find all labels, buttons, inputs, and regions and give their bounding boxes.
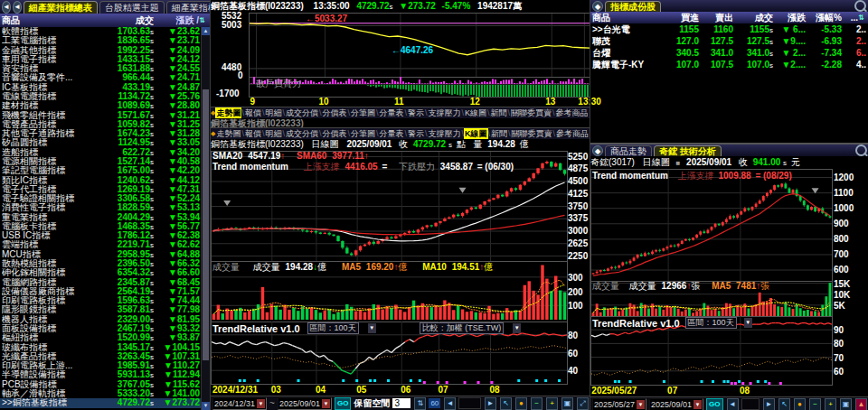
go-button[interactable]: GO [706,398,722,410]
col-bid[interactable]: 買進 [663,12,699,23]
keep-space-input[interactable]: 3 [392,398,410,408]
ta-period[interactable]: 日線圖 [643,157,670,167]
window-menu-icon[interactable]: ◆ [592,1,603,12]
scroll-left-icon[interactable]: ◄ [727,398,739,410]
compare-dropdown-icon[interactable]: ▼ [513,323,521,333]
search-icon[interactable] [854,0,866,12]
col-change[interactable]: 漲跌 / [154,14,199,27]
date-to-combo[interactable]: 2025/09/01▼ [278,397,332,410]
scroll-left-icon[interactable]: ◄ [444,397,456,410]
compare-dropdown[interactable]: 比較：加權 (TSE.TW) [420,322,505,334]
search-icon[interactable] [855,144,867,156]
window-tool-icon[interactable]: ▣ [561,397,573,410]
stepper-icon[interactable]: ⇅ [414,397,426,410]
axis-zero: 0 [238,70,243,80]
vol-ma5-label: MA5 [342,262,361,272]
kline-period[interactable]: 日線圖 [312,139,339,149]
quote-pct: -5.47% [442,1,471,11]
price-axis-label: 1100 [834,188,854,198]
sort-swap-icon[interactable]: ⇅ [199,14,208,27]
col-change[interactable]: 漲跌 [773,12,806,23]
combo-arrow-icon[interactable]: ▼ [693,400,702,409]
col-name[interactable]: 商品 [2,14,89,27]
back-icon[interactable]: ◄ [2,1,11,14]
col-name[interactable]: 商品 [592,12,663,23]
scroll-right-icon[interactable]: ► [485,397,496,410]
tab-細產業指標...[interactable]: 細產業指標... [166,1,210,14]
tab-奇鋐 技術分析[interactable]: 奇鋐 技術分析 [654,145,722,156]
zoom-in-icon[interactable]: + [825,398,836,410]
ta-volume-pane[interactable]: 15K10K5K 成交量 成交量 12966↑張 MA5 7481↑張 [590,280,868,316]
kline-chart[interactable]: 525048754500412537503375300026252250 SMA… [211,151,590,260]
table-row[interactable]: 騰輝電子-KY107.0107.5107.0s▼2....-2.284.. [590,59,868,70]
table-row[interactable]: 台燿340.5341.0341.0s▼ 2...-7.346.. [590,47,868,59]
tab-細產業指標總表[interactable]: 細產業指標總表 [24,1,98,14]
table-row[interactable]: 筆記型電腦指標1675.00s▼42.20 [0,166,202,175]
ta-kline-chart[interactable]: 120011001000900800700600 Trend momentum … [590,169,868,280]
alert-icon[interactable]: ▲ [855,398,867,410]
volume-pane[interactable]: 300200100 成交量 成交量 194.28↓億 MA5 169.20↑億 … [211,260,590,321]
table-row[interactable]: 聯茂127.0127.5127.5s▼9....-6.932.. [590,35,868,47]
cursor-tool-icon[interactable]: ↖ [500,397,512,410]
ta-control-bar: 2025/05/27▼ 2025/09/01▼ GO ◄ ► ↖ ● − + ▣… [590,396,868,410]
range-dropdown[interactable]: 區間：100天 [307,322,359,334]
col-pct[interactable]: 漲幅% [806,12,842,23]
ta-title: 奇鋐(3017) [590,157,635,167]
left-scrollbar[interactable]: ▲ ▼ [201,27,210,410]
col-price[interactable]: 成交 [733,12,773,23]
tab-商品走勢[interactable]: 商品走勢 [605,145,652,156]
zoom-out-icon[interactable]: − [809,398,821,410]
tab-台股精選主題[interactable]: 台股精選主題 [99,1,165,14]
bars-count[interactable]: 60 [429,398,440,408]
window-tool-icon[interactable]: ▣ [840,398,852,410]
range-dropdown-icon[interactable]: ▼ [368,323,376,333]
combo-arrow-icon[interactable]: ▼ [322,399,330,408]
quote-change: ▼273.72 [399,1,435,11]
trend-relative-title: TrendRelative v1.0 [212,323,300,334]
chart-scrollbar[interactable] [741,398,760,410]
price-axis-label: 3750 [568,201,588,211]
forward-icon[interactable]: ◄ [13,1,22,14]
combo-arrow-icon[interactable]: ▼ [637,400,645,409]
price-axis-label: 100 [568,301,583,311]
trend-relative-pane[interactable]: 806040 TrendRelative v1.0 區間：100天▼ 比較：加權… [211,321,590,384]
col-ask[interactable]: 賣出 [699,12,733,23]
tab-components[interactable]: 指標成份股 [605,1,661,12]
date-from-combo[interactable]: 2025/05/27▼ [592,398,646,410]
go-button[interactable]: GO [335,397,351,410]
axis-ref-high: 5003 [222,20,241,30]
zoom-in-icon[interactable]: + [546,397,558,410]
window-menu-icon[interactable]: ◆ [592,145,603,156]
cursor-tool-icon[interactable]: ↖ [778,398,790,410]
date-from-combo[interactable]: 2024/12/31▼ [212,397,267,410]
col-extra[interactable]: ... [842,12,858,23]
date-to-combo[interactable]: 2025/09/01▼ [649,398,703,410]
time-axis-label: 13 [545,97,555,107]
expand-tool-icon[interactable]: ⤢ [577,397,589,410]
support-label: 上漲支撐 [304,162,340,172]
ta-date-axis: 2025/05/270708 [590,385,868,396]
intraday-chart[interactable]: 5532 5003 4480 0 -1700 ←5033.27 ←4647.26… [211,13,590,107]
col-price[interactable]: 成交 [89,14,154,27]
sma20-label: SMA20 [212,151,242,161]
ta-trend-relative-pane[interactable]: 90807060 TrendRelative v1.0 區間：100天▼ [590,316,868,385]
scroll-up-icon[interactable]: ▲ [202,27,210,35]
range-dropdown-icon[interactable]: ▼ [744,318,752,328]
range-dropdown[interactable]: 區間：100天 [685,317,737,329]
table-row[interactable]: 建材指標1089.69s▼28.80 [0,101,202,110]
chart-scrollbar[interactable] [458,397,481,409]
clock-tool-icon[interactable]: ● [515,397,527,410]
sort-swap-icon[interactable]: ⇅ [858,12,866,23]
zoom-out-icon[interactable]: − [531,397,542,410]
price-axis-label: 90 [834,325,844,335]
scroll-right-icon[interactable]: ► [763,398,775,410]
table-row[interactable]: >>台光電115511601155s▼ 6...-5.332.. [590,23,868,35]
combo-arrow-icon[interactable]: ▼ [257,399,265,408]
scroll-down-icon[interactable]: ▼ [202,402,210,410]
price-axis-label: 2625 [568,238,588,248]
ta-volume-value: 12966 [662,281,687,291]
date-axis-label: 2024/12/31 [212,385,258,395]
clock-tool-icon[interactable]: ● [794,398,806,410]
table-row[interactable]: >>銅箔基板指標4729.72s▼273.72 [0,398,202,407]
resist-label: 下跌壓力 [399,162,435,172]
